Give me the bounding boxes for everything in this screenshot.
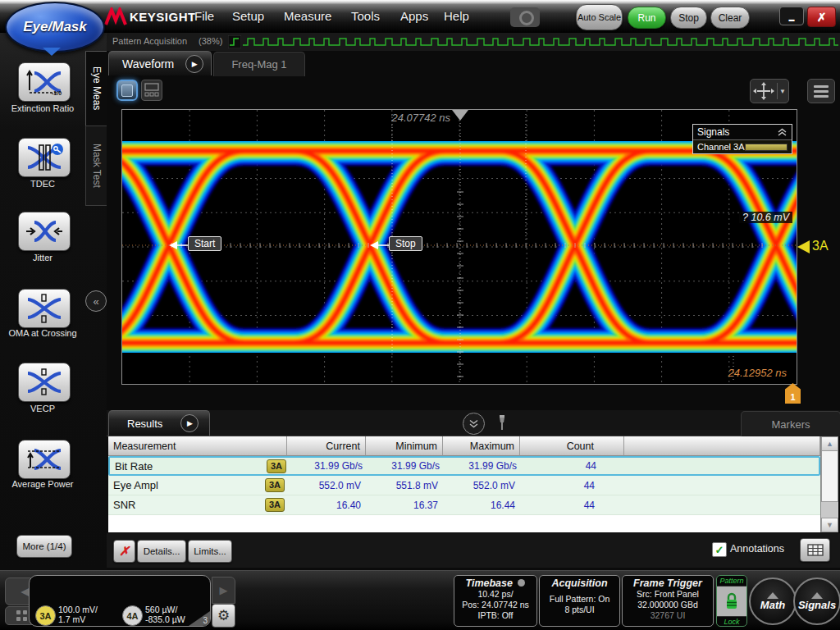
- stop-button[interactable]: Stop: [670, 7, 707, 29]
- menu-measure[interactable]: Measure: [284, 9, 331, 23]
- pattern-waveform-strip: [243, 35, 838, 48]
- sidebar-item-label: TDEC: [0, 179, 85, 189]
- menu-file[interactable]: File: [194, 9, 214, 23]
- signals-settings-button[interactable]: ⚙: [212, 604, 235, 628]
- run-button[interactable]: Run: [628, 7, 666, 29]
- clear-button[interactable]: Clear: [710, 7, 750, 29]
- channel-label: Channel 3A: [697, 142, 745, 152]
- tdec-button[interactable]: [18, 138, 71, 177]
- table-row-eye-ampl[interactable]: Eye Ampl3A 552.0 mV 551.8 mV 552.0 mV 44: [108, 476, 820, 495]
- grid-view-button[interactable]: [141, 80, 162, 101]
- tab-waveform[interactable]: Waveform ▶: [108, 51, 212, 75]
- timebase-status-dot: [518, 579, 525, 587]
- results-tab-menu-button[interactable]: ▶: [180, 414, 199, 432]
- pattern-lock-panel[interactable]: Pattern Lock: [716, 575, 747, 627]
- menu-help[interactable]: Help: [444, 9, 469, 23]
- channel-4a-badge: 4A: [122, 605, 143, 626]
- signals-panel-title: Signals: [697, 126, 729, 138]
- display-menu-button[interactable]: [807, 79, 835, 103]
- collapse-results-button[interactable]: [463, 413, 485, 435]
- acquisition-mode: Full Pattern: On: [540, 594, 619, 605]
- menu-tools[interactable]: Tools: [351, 9, 380, 23]
- limits-button[interactable]: Limits...: [188, 540, 232, 563]
- start-marker-flag[interactable]: Start: [188, 236, 221, 251]
- collapse-left-icon: «: [93, 296, 98, 307]
- more-button[interactable]: More (1/4): [16, 535, 72, 558]
- scroll-down-button[interactable]: ▼: [821, 518, 838, 532]
- single-view-button[interactable]: [116, 80, 138, 101]
- close-button[interactable]: ✗: [807, 7, 836, 27]
- acquisition-points: 8 pts/UI: [540, 605, 619, 615]
- menu-setup[interactable]: Setup: [232, 9, 264, 23]
- status-bar: ◀ 3A 100.0 mV/ 1.7 mV 4A 560 µW/ -835.0 …: [0, 570, 840, 630]
- checkmark-icon: ✓: [715, 545, 724, 555]
- sidebar-item-label: Extinction Ratio: [0, 103, 85, 113]
- pin-results-icon[interactable]: [496, 413, 508, 433]
- auto-scale-button[interactable]: Auto Scale: [576, 4, 623, 30]
- results-scrollbar[interactable]: ▲ ▼: [820, 436, 838, 532]
- extinction-ratio-button[interactable]: -1/0: [18, 62, 71, 102]
- col-count[interactable]: Count: [520, 436, 624, 456]
- scroll-up-button[interactable]: ▲: [821, 436, 838, 451]
- camera-icon[interactable]: [510, 7, 540, 27]
- collapse-panel-icon[interactable]: [777, 128, 788, 136]
- frame-trigger-panel[interactable]: Frame Trigger Src: Front Panel 32.000000…: [622, 575, 714, 627]
- eye-diagram-display[interactable]: 24.07742 ns 24.12952 ns ? 10.6 mV Start …: [121, 109, 797, 385]
- menu-apps[interactable]: Apps: [400, 9, 428, 23]
- minimize-button[interactable]: ▬: [779, 7, 804, 25]
- oma-at-crossing-icon: [25, 294, 64, 323]
- jitter-button[interactable]: [18, 212, 71, 251]
- tab-markers[interactable]: Markers: [741, 411, 840, 436]
- waveform-tab-menu-button[interactable]: ▶: [185, 55, 203, 73]
- eye-mask-logo[interactable]: Eye/Mask: [5, 2, 105, 52]
- table-layout-button[interactable]: [800, 538, 830, 562]
- timebase-position: Pos: 24.07742 ns: [454, 600, 536, 610]
- signals-legend-panel[interactable]: Signals Channel 3A: [692, 124, 792, 154]
- svg-text:-1/0: -1/0: [52, 90, 62, 96]
- scrollbar-thumb[interactable]: [821, 451, 838, 502]
- source-badge: 3A: [265, 478, 285, 492]
- level-marker-label: ? 10.6 mV: [739, 212, 792, 223]
- table-row-bit-rate[interactable]: Bit Rate3A 31.99 Gb/s 31.99 Gb/s 31.99 G…: [108, 456, 820, 476]
- col-minimum[interactable]: Minimum: [366, 436, 443, 456]
- timebase-title: Timebase: [466, 578, 513, 589]
- oma-at-crossing-button[interactable]: [18, 289, 71, 328]
- signals-button[interactable]: Signals: [793, 578, 840, 625]
- table-row-snr[interactable]: SNR3A 16.40 16.37 16.44 44: [108, 495, 820, 515]
- pan-zoom-button[interactable]: ▼: [750, 79, 789, 103]
- channel-level-marker-label: 3A: [812, 239, 829, 253]
- details-button[interactable]: Details...: [137, 540, 186, 563]
- average-power-button[interactable]: [18, 440, 71, 479]
- gear-icon: ⚙: [217, 607, 230, 624]
- delete-measurement-button[interactable]: ✗: [113, 540, 135, 563]
- signals-legend-row[interactable]: Channel 3A: [693, 139, 792, 153]
- frame-trigger-rate: 32.000000 GBd: [623, 600, 713, 610]
- signals-count-corner: 3: [189, 611, 210, 626]
- pan-arrows-icon: [752, 81, 775, 101]
- acquisition-panel[interactable]: Acquisition Full Pattern: On 8 pts/UI: [539, 575, 620, 627]
- channel-3a-offset: 1.7 mV: [58, 614, 98, 624]
- channel-4a-scale: 560 µW/: [145, 605, 185, 614]
- col-measurement[interactable]: Measurement: [108, 436, 287, 456]
- tab-freq-mag-1[interactable]: Freq-Mag 1: [213, 52, 305, 76]
- extinction-ratio-icon: -1/0: [25, 67, 64, 97]
- scroll-signals-right-button[interactable]: ▶: [212, 577, 235, 604]
- stop-marker-flag[interactable]: Stop: [389, 236, 422, 251]
- trigger-edge-icon: [228, 35, 241, 48]
- tab-results[interactable]: Results ▶: [108, 410, 210, 436]
- annotations-checkbox[interactable]: ✓: [712, 542, 727, 557]
- math-button[interactable]: Math: [749, 578, 797, 625]
- channel-scales-panel[interactable]: 3A 100.0 mV/ 1.7 mV 4A 560 µW/ -835.0 µW…: [29, 575, 211, 627]
- sidebar-item-label: Jitter: [0, 253, 85, 262]
- collapse-sidebar-button[interactable]: «: [85, 290, 107, 312]
- tab-eye-meas[interactable]: Eye Meas: [85, 51, 107, 126]
- channel-3a-badge: 3A: [35, 605, 56, 626]
- vecp-button[interactable]: [18, 363, 71, 402]
- timebase-iptb: IPTB: Off: [454, 610, 536, 621]
- tab-mask-test[interactable]: Mask Test: [85, 126, 107, 206]
- col-maximum[interactable]: Maximum: [443, 436, 520, 456]
- col-current[interactable]: Current: [287, 436, 366, 456]
- single-pane-icon: [121, 84, 133, 97]
- timebase-panel[interactable]: Timebase 10.42 ps/ Pos: 24.07742 ns IPTB…: [454, 575, 537, 627]
- scroll-down-icon: ▼: [826, 521, 833, 529]
